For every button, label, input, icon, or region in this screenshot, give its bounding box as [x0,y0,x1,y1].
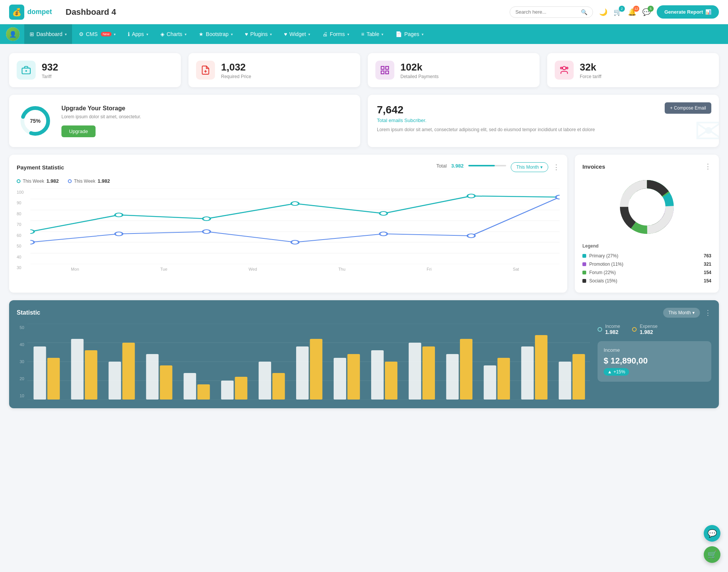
bell-icon-btn[interactable]: 🔔 12 [628,8,636,16]
statistic-more-button[interactable]: ⋮ [704,309,711,317]
svg-rect-59 [259,362,271,400]
price-value: 1,032 [221,61,251,73]
income-indicator: Income 1.982 [598,324,620,335]
navbar: 👤 ⊞ Dashboard ▾ ⚙ CMS New ▾ ℹ Apps ▾ ◈ C… [0,24,728,44]
message-icon-btn[interactable]: 💬 5 [642,8,651,16]
payments-label: Detailed Payments [400,74,439,79]
cart-icon-btn[interactable]: 🛒 2 [613,8,622,16]
pages-arrow: ▾ [422,32,424,36]
legend-item-promotion: Promotion (11%) 321 [582,260,711,268]
svg-rect-51 [108,362,121,400]
nav-item-bootstrap[interactable]: ★ Bootstrap ▾ [193,24,238,44]
nav-item-dashboard[interactable]: ⊞ Dashboard ▾ [24,24,72,44]
nav-item-apps[interactable]: ℹ Apps ▾ [122,24,154,44]
svg-rect-65 [371,350,384,400]
invoices-legend: Legend Primary (27%) 763 Promotion (11%)… [582,243,711,285]
header-icons: 🌙 🛒 2 🔔 12 💬 5 Generate Report 📊 [599,5,719,19]
invoices-header: Invoices ⋮ [582,162,711,171]
nav-avatar: 👤 [6,27,20,41]
storage-percent: 75% [30,118,41,124]
email-bg-icon: ✉ [694,111,719,147]
statistic-title: Statistic [17,309,40,316]
chevron-down-icon-stat: ▾ [692,310,695,315]
svg-point-32 [291,240,299,244]
nav-item-cms[interactable]: ⚙ CMS New ▾ [74,24,121,44]
total-info: Total 3.982 [436,163,506,169]
svg-rect-66 [385,362,397,400]
charts-row: Payment Statistic Total 3.982 This Month… [9,155,719,293]
table-arrow: ▾ [381,32,383,36]
svg-rect-72 [497,358,510,400]
svg-rect-5 [381,66,384,69]
period-select-button[interactable]: This Month ▾ [511,162,548,172]
charts-arrow: ▾ [185,32,187,36]
statistic-period-button[interactable]: This Month ▾ [663,308,700,318]
nav-item-widget[interactable]: ♥ Widget ▾ [279,24,315,44]
message-badge: 5 [648,6,654,12]
forms-arrow: ▾ [347,32,349,36]
invoices-title: Invoices [582,163,605,170]
invoices-donut-area [582,177,711,237]
stat-card-force: 32k Force tariff [547,53,719,87]
income-dot [598,327,602,332]
bar-chart-section: 5040302010 [17,324,590,401]
tariff-label: Tariff [42,74,58,79]
svg-rect-8 [386,71,389,74]
svg-rect-76 [573,354,585,400]
nav-item-pages[interactable]: 📄 Pages ▾ [390,24,429,44]
total-bar [468,165,506,166]
stat-card-payments: 102k Detailed Payments [368,53,540,87]
legend-dot-blue [68,179,72,183]
expense-value: 1.982 [640,329,657,335]
email-subtitle: Total emails Subcriber. [377,118,710,123]
svg-point-34 [468,234,475,238]
svg-point-30 [115,232,122,236]
bar-chart-svg [27,324,590,400]
mid-row: 75% Upgrade Your Storage Lorem ipsum dol… [9,95,719,147]
svg-rect-70 [460,339,472,400]
legend-title: Legend [582,243,711,249]
ie-row: Income 1.982 Expense 1.982 [598,324,711,335]
upgrade-button[interactable]: Upgrade [61,125,96,137]
svg-rect-62 [310,339,322,400]
search-box[interactable]: 🔍 [510,6,593,18]
more-options-button[interactable]: ⋮ [553,163,560,171]
nav-item-plugins[interactable]: ♥ Plugins ▾ [240,24,277,44]
x-axis-labels: MonTueWedThuFriSat [30,267,560,271]
bar-y-labels: 5040302010 [17,324,27,400]
svg-rect-74 [535,335,548,400]
generate-report-button[interactable]: Generate Report 📊 [657,5,719,19]
svg-point-26 [380,212,387,215]
svg-rect-52 [122,343,135,400]
svg-rect-56 [197,384,210,400]
svg-point-31 [203,230,210,234]
svg-rect-75 [559,362,571,400]
total-bar-fill [468,165,495,166]
stat-card-price: 1,032 Required Price [188,53,360,87]
nav-item-charts[interactable]: ◈ Charts ▾ [155,24,192,44]
nav-item-forms[interactable]: 🖨 Forms ▾ [317,24,355,44]
moon-icon[interactable]: 🌙 [599,8,607,16]
statistic-card: Statistic This Month ▾ ⋮ 5040302010 [9,300,719,408]
storage-desc: Lorem ipsum dolor sit amet, onsectetur. [61,114,141,119]
primary-color-square [582,254,586,258]
income-detail-value: $ 12,890,00 [604,356,705,366]
storage-donut: 75% [18,104,52,138]
search-input[interactable] [515,9,578,15]
storage-info: Upgrade Your Storage Lorem ipsum dolor s… [61,105,141,137]
charts-icon: ◈ [160,31,165,37]
invoices-more-button[interactable]: ⋮ [704,162,711,171]
svg-rect-7 [381,71,384,74]
nav-item-table[interactable]: ≡ Table ▾ [356,24,389,44]
bootstrap-icon: ★ [199,31,204,37]
svg-rect-58 [235,377,247,400]
stats-row: 932 Tariff 1,032 Required Price 102k Det… [9,53,719,87]
logo-text: dompet [27,8,52,16]
payments-value: 102k [400,61,439,73]
price-icon [196,61,215,80]
main-content: 932 Tariff 1,032 Required Price 102k Det… [0,44,728,417]
income-label: Income [605,324,620,329]
forum-color-square [582,271,586,274]
svg-rect-57 [221,381,234,400]
forms-icon: 🖨 [322,31,328,37]
